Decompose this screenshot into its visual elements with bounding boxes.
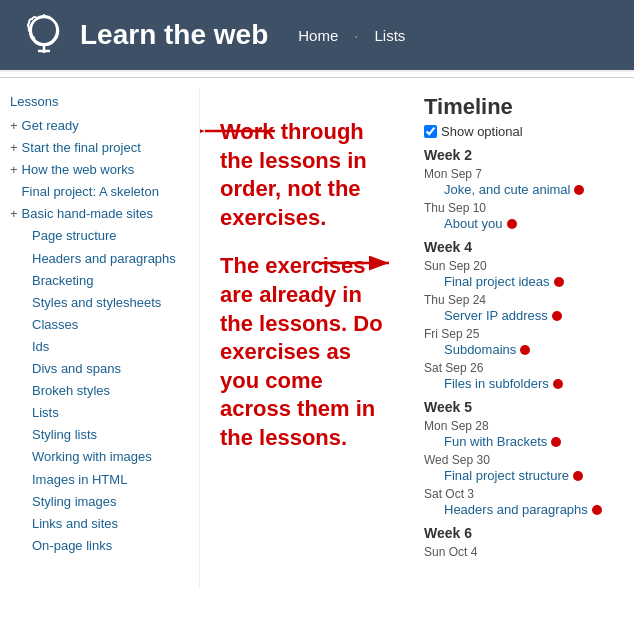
- sidebar-sub-headers-paragraphs[interactable]: Headers and paragraphs: [10, 248, 199, 270]
- optional-dot-subdomains: [520, 345, 530, 355]
- header: Learn the web Home · Lists: [0, 0, 634, 70]
- timeline: Timeline Show optional Week 2 Mon Sep 7 …: [414, 88, 634, 588]
- day-mon-sep7: Mon Sep 7: [424, 167, 624, 181]
- sidebar-item-start-final[interactable]: + Start the final project: [10, 137, 199, 159]
- optional-dot-fun-brackets: [551, 437, 561, 447]
- right-arrow-annotation: [314, 248, 394, 281]
- day-thu-sep24: Thu Sep 24: [424, 293, 624, 307]
- timeline-item-joke[interactable]: Joke, and cute animal: [424, 182, 624, 197]
- sidebar-item-get-ready[interactable]: + Get ready: [10, 115, 199, 137]
- plus-icon-get-ready: +: [10, 115, 18, 137]
- sidebar-link-get-ready[interactable]: Get ready: [22, 115, 79, 137]
- nav-home[interactable]: Home: [298, 27, 338, 44]
- optional-dot-about-you: [507, 219, 517, 229]
- timeline-item-files-subfolders[interactable]: Files in subfolders: [424, 376, 624, 391]
- timeline-item-final-project-ideas[interactable]: Final project ideas: [424, 274, 624, 289]
- plus-icon-how-web: +: [10, 159, 18, 181]
- timeline-item-headers-paragraphs[interactable]: Headers and paragraphs: [424, 502, 624, 517]
- sidebar-sub-page-structure[interactable]: Page structure: [10, 225, 199, 247]
- annotation-text2: The exercises are already in the lessons…: [220, 252, 394, 452]
- sidebar-sub-working-with-images[interactable]: Working with images: [10, 446, 199, 468]
- sidebar-lessons-label: Lessons: [10, 94, 199, 109]
- sidebar-sub-styles-stylesheets[interactable]: Styles and stylesheets: [10, 292, 199, 314]
- sidebar-sub-brokeh-styles[interactable]: Brokeh styles: [10, 380, 199, 402]
- nav-separator: ·: [354, 27, 358, 44]
- plus-icon-basic-sites: +: [10, 203, 18, 225]
- show-optional-checkbox[interactable]: [424, 125, 437, 138]
- sidebar-link-final-skeleton[interactable]: Final project: A skeleton: [22, 181, 159, 203]
- sidebar-item-final-skeleton[interactable]: + Final project: A skeleton: [10, 181, 199, 203]
- sidebar-sub-bracketing[interactable]: Bracketing: [10, 270, 199, 292]
- optional-dot-joke: [574, 185, 584, 195]
- sidebar-link-start-final[interactable]: Start the final project: [22, 137, 141, 159]
- left-arrow-annotation: [200, 116, 280, 146]
- week-2-label: Week 2: [424, 147, 624, 163]
- left-arrow-svg: [200, 116, 280, 146]
- svg-point-3: [31, 16, 57, 44]
- sidebar-sub-lists[interactable]: Lists: [10, 402, 199, 424]
- annotation-area: Work through the lessons in order, not t…: [200, 88, 414, 588]
- plus-icon-start-final: +: [10, 137, 18, 159]
- optional-dot-headers-paragraphs: [592, 505, 602, 515]
- timeline-item-about-you[interactable]: About you: [424, 216, 624, 231]
- day-sun-oct4: Sun Oct 4: [424, 545, 624, 559]
- nav-lists[interactable]: Lists: [374, 27, 405, 44]
- header-logo: Learn the web: [20, 11, 268, 59]
- week-4-label: Week 4: [424, 239, 624, 255]
- sidebar-sub-styling-images[interactable]: Styling images: [10, 491, 199, 513]
- sidebar-item-how-web[interactable]: + How the web works: [10, 159, 199, 181]
- sidebar-link-basic-sites[interactable]: Basic hand-made sites: [22, 203, 154, 225]
- sidebar-sub-divs-spans[interactable]: Divs and spans: [10, 358, 199, 380]
- timeline-item-final-project-structure[interactable]: Final project structure: [424, 468, 624, 483]
- day-sat-oct3: Sat Oct 3: [424, 487, 624, 501]
- sidebar-item-basic-sites[interactable]: + Basic hand-made sites: [10, 203, 199, 225]
- sidebar-sub-images-in-html[interactable]: Images in HTML: [10, 469, 199, 491]
- main-content: Lessons + Get ready + Start the final pr…: [0, 78, 634, 598]
- sidebar-sub-classes[interactable]: Classes: [10, 314, 199, 336]
- header-nav: Home · Lists: [298, 27, 405, 44]
- sidebar-link-how-web[interactable]: How the web works: [22, 159, 135, 181]
- timeline-item-server-ip[interactable]: Server IP address: [424, 308, 624, 323]
- day-thu-sep10: Thu Sep 10: [424, 201, 624, 215]
- timeline-item-subdomains[interactable]: Subdomains: [424, 342, 624, 357]
- right-arrow-svg: [314, 248, 394, 278]
- day-fri-sep25: Fri Sep 25: [424, 327, 624, 341]
- day-sat-sep26: Sat Sep 26: [424, 361, 624, 375]
- sidebar-sub-on-page-links[interactable]: On-page links: [10, 535, 199, 557]
- day-wed-sep30: Wed Sep 30: [424, 453, 624, 467]
- sidebar-sub-styling-lists[interactable]: Styling lists: [10, 424, 199, 446]
- brain-icon: [20, 11, 68, 59]
- timeline-title: Timeline: [424, 94, 624, 120]
- week-6-label: Week 6: [424, 525, 624, 541]
- sidebar-sub-ids[interactable]: Ids: [10, 336, 199, 358]
- day-mon-sep28: Mon Sep 28: [424, 419, 624, 433]
- optional-dot-final-structure: [573, 471, 583, 481]
- day-sun-sep20: Sun Sep 20: [424, 259, 624, 273]
- timeline-item-fun-brackets[interactable]: Fun with Brackets: [424, 434, 624, 449]
- show-optional-label: Show optional: [441, 124, 523, 139]
- optional-dot-files-subfolders: [553, 379, 563, 389]
- optional-dot-final-ideas: [554, 277, 564, 287]
- week-5-label: Week 5: [424, 399, 624, 415]
- header-title: Learn the web: [80, 19, 268, 51]
- optional-dot-server-ip: [552, 311, 562, 321]
- timeline-show-optional[interactable]: Show optional: [424, 124, 624, 139]
- sidebar-sub-links-sites[interactable]: Links and sites: [10, 513, 199, 535]
- sidebar: Lessons + Get ready + Start the final pr…: [0, 88, 200, 588]
